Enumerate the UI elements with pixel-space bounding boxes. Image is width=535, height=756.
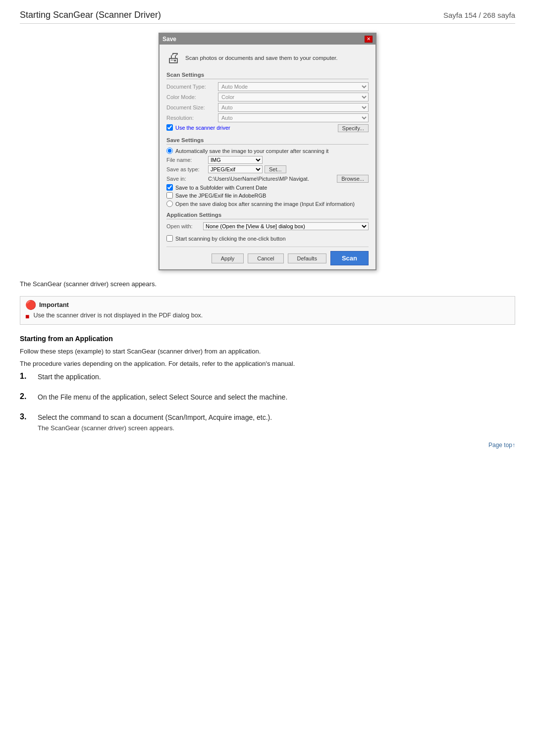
adobe-row: Save the JPEG/Exif file in AdobeRGB bbox=[166, 192, 369, 199]
auto-save-row: Automatically save the image to your com… bbox=[166, 148, 369, 154]
starting-from-app-section: Starting from an Application Follow thes… bbox=[20, 335, 515, 432]
document-size-select[interactable]: Auto bbox=[218, 103, 369, 112]
page-header: Starting ScanGear (Scanner Driver) Sayfa… bbox=[20, 10, 515, 24]
save-in-label: Save in: bbox=[166, 176, 206, 182]
app-settings-section: Application Settings Open with: None (Op… bbox=[166, 212, 369, 230]
auto-save-label: Automatically save the image to your com… bbox=[175, 148, 328, 154]
use-scanner-driver-row: Use the scanner driver bbox=[166, 124, 230, 131]
page-title: Starting ScanGear (Scanner Driver) bbox=[20, 10, 161, 20]
step-3-sub: The ScanGear (scanner driver) screen app… bbox=[38, 424, 515, 432]
resolution-label: Resolution: bbox=[166, 115, 216, 121]
color-mode-select[interactable]: Color bbox=[218, 93, 369, 101]
start-scan-label: Start scanning by clicking the one-click… bbox=[175, 236, 286, 242]
open-dialog-row: Open the save dialog box after scanning … bbox=[166, 201, 369, 207]
document-type-label: Document Type: bbox=[166, 84, 216, 90]
use-scanner-driver-label: Use the scanner driver bbox=[175, 125, 230, 131]
important-title: Important bbox=[39, 301, 69, 308]
adobe-label: Save the JPEG/Exif file in AdobeRGB bbox=[175, 193, 266, 199]
specify-button[interactable]: Specify... bbox=[338, 124, 369, 132]
file-name-select[interactable]: IMG bbox=[208, 156, 263, 164]
set-button[interactable]: Set... bbox=[265, 165, 286, 173]
dialog-icon-row: 🖨 Scan photos or documents and save them… bbox=[166, 50, 369, 66]
apply-button[interactable]: Apply bbox=[212, 253, 244, 263]
important-box: 🔴 Important ■ Use the scanner driver is … bbox=[20, 296, 515, 325]
dialog-caption: The ScanGear (scanner driver) screen app… bbox=[20, 279, 515, 289]
start-scan-checkbox[interactable] bbox=[166, 235, 173, 242]
subfolder-label: Save to a Subfolder with Current Date bbox=[175, 185, 267, 191]
step-3-main: Select the command to scan a document (S… bbox=[38, 412, 515, 423]
step-1-number: 1. bbox=[20, 372, 32, 381]
browse-button[interactable]: Browse... bbox=[337, 175, 369, 183]
save-in-row: Save in: C:\Users\UserName\Pictures\MP N… bbox=[166, 175, 369, 183]
subfolder-checkbox[interactable] bbox=[166, 184, 173, 191]
document-size-row: Document Size: Auto bbox=[166, 103, 369, 112]
step-item-1: 1. Start the application. bbox=[20, 372, 515, 382]
app-settings-label: Application Settings bbox=[166, 212, 369, 219]
save-type-row: Save as type: JPEG/Exif Set... bbox=[166, 165, 369, 173]
color-mode-label: Color Mode: bbox=[166, 94, 216, 100]
document-size-label: Document Size: bbox=[166, 104, 216, 110]
file-name-row: File name: IMG bbox=[166, 156, 369, 164]
save-settings-label: Save Settings bbox=[166, 137, 369, 145]
open-dialog-label: Open the save dialog box after scanning … bbox=[166, 201, 369, 207]
step-item-3: 3. Select the command to scan a document… bbox=[20, 412, 515, 432]
color-mode-row: Color Mode: Color bbox=[166, 93, 369, 101]
dialog-close-button[interactable]: ✕ bbox=[365, 36, 373, 43]
dialog-title: Save bbox=[162, 36, 176, 43]
resolution-select[interactable]: Auto bbox=[218, 113, 369, 122]
important-header: 🔴 Important bbox=[25, 301, 508, 309]
important-bullet: ■ bbox=[25, 312, 29, 320]
intro-text-2: The procedure varies depending on the ap… bbox=[20, 359, 515, 369]
step-1-main: Start the application. bbox=[38, 373, 101, 381]
important-icon: 🔴 bbox=[25, 301, 36, 309]
dialog-description: Scan photos or documents and save them t… bbox=[185, 55, 337, 61]
resolution-row: Resolution: Auto bbox=[166, 113, 369, 122]
step-2-main: On the File menu of the application, sel… bbox=[38, 393, 287, 401]
open-with-row: Open with: None (Open the [View & Use] d… bbox=[166, 222, 369, 230]
defaults-button[interactable]: Defaults bbox=[288, 253, 326, 263]
use-scanner-driver-checkbox[interactable] bbox=[166, 124, 173, 131]
save-in-value: C:\Users\UserName\Pictures\MP Navigat. bbox=[208, 176, 335, 182]
save-type-select[interactable]: JPEG/Exif bbox=[208, 165, 263, 173]
auto-save-radio[interactable] bbox=[166, 148, 173, 154]
file-name-label: File name: bbox=[166, 157, 206, 163]
start-scan-row: Start scanning by clicking the one-click… bbox=[166, 235, 369, 242]
cancel-button[interactable]: Cancel bbox=[248, 253, 283, 263]
dialog-body: 🖨 Scan photos or documents and save them… bbox=[160, 45, 375, 269]
important-item: ■ Use the scanner driver is not displaye… bbox=[25, 312, 508, 320]
scan-settings-section: Scan Settings Document Type: Auto Mode C… bbox=[166, 72, 369, 132]
step-item-2: 2. On the File menu of the application, … bbox=[20, 392, 515, 403]
starting-from-app-heading: Starting from an Application bbox=[20, 335, 515, 343]
document-type-select[interactable]: Auto Mode bbox=[218, 82, 369, 91]
scan-button[interactable]: Scan bbox=[330, 251, 369, 265]
subfolder-row: Save to a Subfolder with Current Date bbox=[166, 184, 369, 191]
open-with-select[interactable]: None (Open the [View & Use] dialog box) bbox=[203, 222, 369, 230]
adobe-checkbox[interactable] bbox=[166, 192, 173, 199]
scan-settings-label: Scan Settings bbox=[166, 72, 369, 79]
step-1-content: Start the application. bbox=[38, 372, 515, 382]
dialog-titlebar: Save ✕ bbox=[160, 34, 375, 45]
page-top-anchor[interactable]: Page top↑ bbox=[488, 442, 515, 449]
scanner-icon: 🖨 bbox=[166, 50, 180, 66]
page-pagination: Sayfa 154 / 268 sayfa bbox=[443, 11, 515, 19]
open-dialog-radio[interactable] bbox=[166, 201, 173, 207]
open-with-label: Open with: bbox=[166, 223, 201, 229]
step-3-number: 3. bbox=[20, 412, 32, 421]
step-2-content: On the File menu of the application, sel… bbox=[38, 392, 515, 403]
save-dialog: Save ✕ 🖨 Scan photos or documents and sa… bbox=[159, 33, 376, 270]
page-top-link[interactable]: Page top↑ bbox=[20, 442, 515, 449]
steps-list: 1. Start the application. 2. On the File… bbox=[20, 372, 515, 432]
save-type-label: Save as type: bbox=[166, 166, 206, 172]
save-settings-section: Save Settings Automatically save the ima… bbox=[166, 137, 369, 207]
important-text: Use the scanner driver is not displayed … bbox=[33, 312, 203, 319]
step-2-number: 2. bbox=[20, 392, 32, 401]
intro-text-1: Follow these steps (example) to start Sc… bbox=[20, 347, 515, 356]
step-3-content: Select the command to scan a document (S… bbox=[38, 412, 515, 432]
document-type-row: Document Type: Auto Mode bbox=[166, 82, 369, 91]
dialog-footer: Apply Cancel Defaults Scan bbox=[166, 247, 369, 265]
scanner-driver-row: Use the scanner driver Specify... bbox=[166, 124, 369, 132]
